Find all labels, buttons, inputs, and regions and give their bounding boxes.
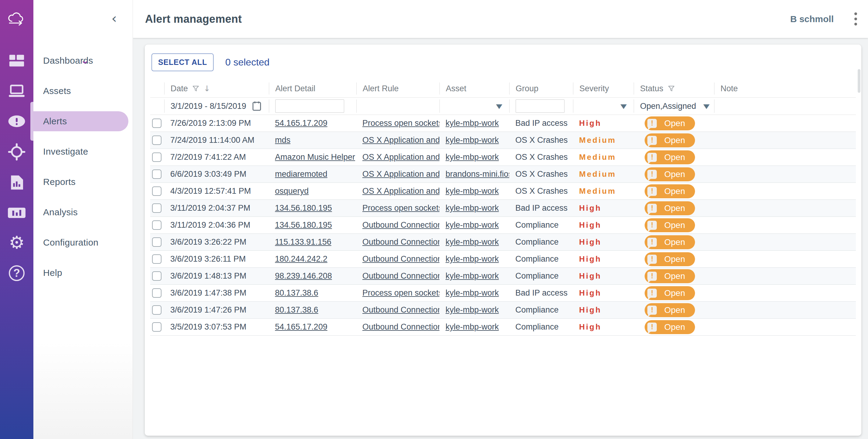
row-checkbox[interactable] (152, 187, 161, 196)
alert-detail-link[interactable]: osqueryd (275, 187, 309, 196)
status-filter-funnel-icon[interactable] (668, 85, 675, 92)
alert-detail-link[interactable]: 54.165.17.209 (275, 322, 328, 331)
alert-rule-link[interactable]: OS X Application and S (362, 153, 439, 162)
date-filter-funnel-icon[interactable] (192, 85, 199, 92)
column-header-severity[interactable]: Severity (573, 82, 634, 95)
status-badge[interactable]: ! Open (645, 167, 695, 181)
alert-rule-link[interactable]: Outbound Connection (362, 271, 439, 280)
row-checkbox[interactable] (152, 169, 161, 179)
alert-rule-link[interactable]: Process open sockets (362, 119, 439, 128)
alert-detail-link[interactable]: 115.133.91.156 (275, 237, 332, 246)
alert-rule-link[interactable]: OS X Application and S (362, 187, 439, 196)
alert-rule-link[interactable]: Process open sockets (362, 288, 439, 297)
alert-rule-link[interactable]: Outbound Connection (362, 221, 439, 230)
vertical-scrollbar-thumb[interactable] (858, 69, 860, 93)
row-checkbox[interactable] (152, 237, 161, 247)
sidebar-item-help[interactable]: Help ⌄ (33, 258, 133, 288)
asset-link[interactable]: kyle-mbp-work (445, 221, 499, 230)
sidebar-item-reports[interactable]: Reports ⌄ (33, 167, 133, 197)
alert-rule-link[interactable]: Process open sockets (362, 203, 439, 212)
asset-link[interactable]: kyle-mbp-work (445, 119, 499, 128)
sidebar-item-configuration[interactable]: Configuration ⌄ (33, 227, 133, 258)
row-checkbox[interactable] (152, 136, 161, 145)
status-badge[interactable]: ! Open (645, 320, 695, 334)
alert-rule-link[interactable]: Outbound Connection (362, 322, 439, 331)
asset-filter-dropdown[interactable]: ▼ (439, 99, 509, 113)
row-checkbox[interactable] (152, 305, 161, 315)
user-name[interactable]: B schmoll (790, 14, 834, 24)
asset-link[interactable]: kyle-mbp-work (445, 288, 499, 297)
rail-analysis-chart-icon[interactable] (0, 198, 33, 228)
column-header-date[interactable]: Date ↓ (164, 82, 269, 95)
status-badge[interactable]: ! Open (645, 116, 695, 130)
row-checkbox[interactable] (152, 119, 161, 128)
asset-link[interactable]: kyle-mbp-work (445, 255, 499, 264)
alert-rule-link[interactable]: OS X Application and S (362, 136, 439, 145)
row-checkbox[interactable] (152, 255, 161, 264)
severity-dropdown-caret-icon[interactable]: ▼ (620, 102, 627, 110)
alert-detail-link[interactable]: 98.239.146.208 (275, 271, 332, 280)
rail-reports-icon[interactable] (0, 167, 33, 198)
column-header-asset[interactable]: Asset (439, 82, 509, 95)
asset-link[interactable]: kyle-mbp-work (445, 136, 499, 145)
sidebar-item-investigate[interactable]: Investigate ⌄ (33, 136, 133, 167)
row-checkbox[interactable] (152, 271, 161, 281)
rail-investigate-crosshair-icon[interactable] (0, 137, 33, 167)
asset-link[interactable]: brandons-mini.fios (445, 169, 509, 178)
alert-detail-link[interactable]: 134.56.180.195 (275, 203, 332, 212)
sidebar-item-assets[interactable]: Assets ⌄ (33, 76, 133, 106)
column-header-status[interactable]: Status (634, 82, 714, 95)
rail-alerts-icon[interactable] (0, 106, 33, 136)
rail-help-icon[interactable]: ? (0, 258, 33, 288)
column-header-alert-rule[interactable]: Alert Rule (356, 82, 439, 95)
status-badge[interactable]: ! Open (645, 252, 695, 266)
column-header-alert-detail[interactable]: Alert Detail (269, 82, 356, 95)
alert-detail-link[interactable]: mediaremoted (275, 169, 328, 178)
date-range-filter[interactable]: 3/1/2019 - 8/15/2019 (164, 99, 269, 113)
rail-dashboard-icon[interactable] (0, 45, 33, 76)
column-header-group[interactable]: Group (509, 82, 573, 95)
alert-detail-link[interactable]: 54.165.17.209 (275, 119, 328, 128)
status-badge[interactable]: ! Open (645, 150, 695, 164)
alert-detail-filter-input[interactable] (275, 99, 344, 113)
sidebar-item-dashboards[interactable]: Dashboards ⌄ (33, 45, 133, 76)
rail-configuration-gear-icon[interactable]: ⚙ (0, 227, 33, 258)
chevron-down-icon[interactable]: ⌄ (80, 56, 90, 65)
select-all-button[interactable]: SELECT ALL (151, 53, 214, 71)
alert-rule-link[interactable]: Outbound Connection (362, 305, 439, 314)
status-filter-dropdown[interactable]: Open,Assigned ▼ (634, 99, 714, 113)
row-checkbox[interactable] (152, 221, 161, 230)
asset-link[interactable]: kyle-mbp-work (445, 187, 499, 196)
status-badge[interactable]: ! Open (645, 269, 695, 283)
alert-detail-link[interactable]: mds (275, 136, 290, 145)
row-checkbox[interactable] (152, 153, 161, 162)
group-filter-input[interactable] (516, 99, 564, 113)
row-checkbox[interactable] (152, 288, 161, 298)
asset-link[interactable]: kyle-mbp-work (445, 153, 499, 162)
kebab-menu-icon[interactable] (852, 11, 859, 27)
alert-detail-link[interactable]: 180.244.242.2 (275, 255, 328, 264)
asset-dropdown-caret-icon[interactable]: ▼ (496, 102, 502, 110)
status-badge[interactable]: ! Open (645, 235, 695, 249)
sidebar-item-alerts[interactable]: Alerts ⌄ (33, 106, 133, 136)
alert-rule-link[interactable]: Outbound Connection (362, 255, 439, 264)
status-dropdown-caret-icon[interactable]: ▼ (703, 102, 710, 110)
alert-rule-link[interactable]: Outbound Connection (362, 237, 439, 246)
alert-detail-link[interactable]: Amazon Music Helper (275, 153, 355, 162)
alert-rule-link[interactable]: OS X Application and S (362, 169, 439, 178)
asset-link[interactable]: kyle-mbp-work (445, 271, 499, 280)
asset-link[interactable]: kyle-mbp-work (445, 203, 499, 212)
sidebar-collapse-button[interactable]: ‹ (106, 10, 122, 26)
status-badge[interactable]: ! Open (645, 184, 695, 198)
row-checkbox[interactable] (152, 322, 161, 332)
sidebar-item-analysis[interactable]: Analysis ⌄ (33, 197, 133, 227)
status-badge[interactable]: ! Open (645, 286, 695, 300)
status-badge[interactable]: ! Open (645, 201, 695, 215)
asset-link[interactable]: kyle-mbp-work (445, 322, 499, 331)
asset-link[interactable]: kyle-mbp-work (445, 305, 499, 314)
alert-detail-link[interactable]: 134.56.180.195 (275, 221, 332, 230)
status-badge[interactable]: ! Open (645, 133, 695, 147)
severity-filter-dropdown[interactable]: ▼ (573, 99, 634, 113)
asset-link[interactable]: kyle-mbp-work (445, 237, 499, 246)
calendar-icon[interactable] (252, 101, 262, 111)
